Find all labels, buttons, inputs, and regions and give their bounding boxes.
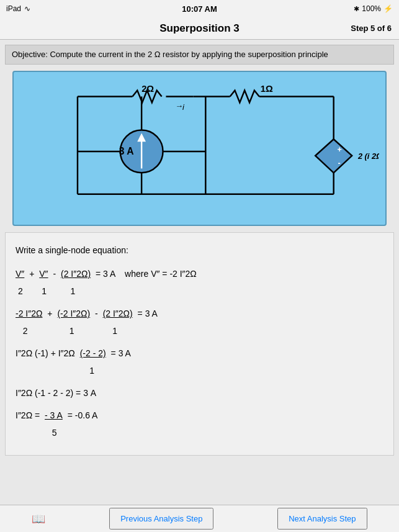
circuit-diagram: 2Ω → i 1Ω: [12, 71, 387, 226]
svg-text:3 A: 3 A: [119, 146, 134, 156]
prev-step-button[interactable]: Previous Analysis Step: [109, 508, 213, 530]
bluetooth-icon: ✱: [354, 5, 359, 13]
svg-marker-21: [315, 139, 352, 173]
status-time: 10:07 AM: [182, 4, 217, 14]
svg-text:-: -: [338, 158, 341, 168]
objective-banner: Objective: Compute the current in the 2 …: [5, 45, 394, 65]
objective-text: Objective: Compute the current in the 2 …: [12, 50, 328, 59]
status-right: ✱ 100% ⚡: [354, 4, 393, 13]
svg-text:i: i: [182, 102, 185, 112]
status-bar: iPad ∿ 10:07 AM ✱ 100% ⚡: [0, 0, 399, 17]
svg-text:2 (i 2Ω): 2 (i 2Ω): [357, 151, 379, 161]
math-line-1: V″ 2 + V″ 1 - (2 I″2Ω) 1 = 3 A where V″ …: [16, 265, 383, 300]
wifi-icon: ∿: [24, 4, 30, 13]
math-line-3: I″2Ω (-1) + I″2Ω (-2 - 2) 1 = 3 A: [16, 345, 383, 379]
main-content: Objective: Compute the current in the 2 …: [0, 40, 399, 505]
circuit-svg: 2Ω → i 1Ω: [20, 78, 379, 219]
nav-step: Step 5 of 6: [351, 24, 392, 33]
math-content: Write a single-node equation: V″ 2 + V″ …: [5, 232, 394, 456]
charging-icon: ⚡: [383, 4, 393, 13]
next-step-button[interactable]: Next Analysis Step: [277, 508, 367, 530]
device-label: iPad: [6, 4, 21, 13]
book-icon: 📖: [32, 512, 45, 526]
bottom-toolbar: 📖 Previous Analysis Step Next Analysis S…: [0, 505, 399, 532]
nav-bar: Superposition 3 Step 5 of 6: [0, 17, 399, 40]
math-line-5: I″2Ω = - 3 A 5 = -0.6 A: [16, 407, 383, 441]
nav-title: Superposition 3: [159, 22, 239, 35]
battery-label: 100%: [362, 4, 381, 13]
svg-text:+: +: [338, 145, 342, 154]
svg-text:1Ω: 1Ω: [261, 84, 273, 94]
math-intro: Write a single-node equation:: [16, 241, 383, 259]
status-left: iPad ∿: [6, 4, 30, 13]
math-line-4: I″2Ω (-1 - 2 - 2) = 3 A: [16, 384, 383, 402]
math-line-2: -2 I″2Ω 2 + (-2 I″2Ω) 1 - (2 I″2Ω) 1 = 3…: [16, 305, 383, 340]
